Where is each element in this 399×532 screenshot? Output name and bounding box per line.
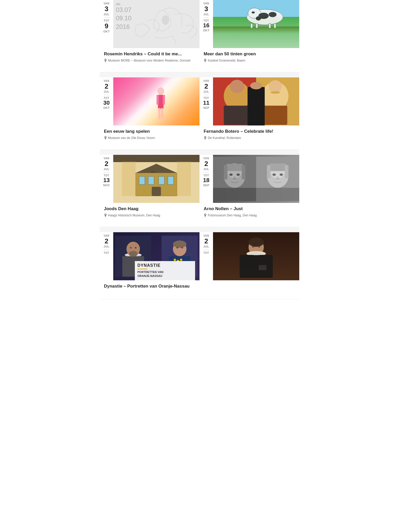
- tot-label: TOT: [104, 19, 109, 22]
- svg-text:SNAC: SNAC: [151, 171, 156, 173]
- card-title[interactable]: Fernando Botero – Celebrate life!: [204, 129, 295, 134]
- date-column: VAN 2 JUL TOT: [200, 232, 213, 280]
- van-label: VAN: [104, 79, 109, 82]
- svg-point-62: [173, 241, 187, 248]
- svg-rect-39: [242, 165, 245, 179]
- exhibition-card-joods[interactable]: VAN 2 JUL TOT 13 NOV SNAC: [100, 155, 200, 227]
- svg-marker-25: [136, 164, 177, 173]
- svg-rect-48: [285, 165, 289, 178]
- card-title[interactable]: Een eeuw lang spelen: [104, 129, 195, 134]
- svg-point-74: [258, 246, 260, 248]
- exhibition-image: [213, 0, 299, 48]
- date-divider: [104, 250, 109, 250]
- svg-point-67: [180, 258, 182, 261]
- exhibition-image: [213, 232, 299, 280]
- date-column: VAN 2 JUL TOT 30 OKT: [100, 77, 113, 125]
- svg-rect-32: [122, 162, 136, 196]
- location-icon: [104, 136, 107, 141]
- van-month: JUL: [203, 168, 209, 171]
- date-divider: [104, 17, 109, 18]
- tot-number: 16: [203, 23, 209, 28]
- svg-rect-30: [152, 187, 161, 196]
- card-inner: Fernando Botero – Celebrate life! De Kun…: [200, 129, 299, 141]
- date-image-row: VAN 2 JUL TOT: [100, 232, 200, 280]
- svg-rect-46: [269, 163, 286, 171]
- date-column: VAN 2 JUL TOT 18 SEP: [200, 155, 213, 203]
- exhibition-card-rosemin[interactable]: VAN 3 JUL TOT 9 OKT MIL: 03.0709.102016 …: [100, 0, 200, 72]
- van-label: VAN: [203, 79, 209, 82]
- exhibition-card-dynastie[interactable]: VAN 2 JUL TOT: [100, 232, 200, 299]
- svg-point-18: [230, 80, 244, 93]
- date-image-row: VAN 2 JUL TOT 13 NOV SNAC: [100, 155, 200, 203]
- date-image-row: VAN 3 JUL TOT 9 OKT MIL: 03.0709.102016: [100, 0, 200, 48]
- date-divider: [204, 95, 209, 95]
- date-column: VAN 3 JUL TOT 9 OKT: [100, 0, 113, 48]
- svg-rect-19: [224, 106, 250, 125]
- van-number: 2: [204, 238, 208, 244]
- exhibition-image: DYNASTIE PORTRETTEN VANORANJE-NASSAU: [113, 232, 200, 280]
- svg-point-8: [269, 12, 276, 17]
- van-label: VAN: [104, 157, 109, 160]
- card-title[interactable]: Dynastie – Portretten van Oranje-Nassau: [104, 283, 195, 289]
- card-title[interactable]: Joods Den Haag: [104, 206, 195, 212]
- svg-rect-3: [250, 24, 252, 28]
- date-column: VAN 2 JUL TOT 13 NOV: [100, 155, 113, 203]
- location-text: Fotomuseum Den Haag, Den Haag: [208, 213, 257, 218]
- svg-rect-6: [274, 24, 276, 28]
- van-number: 2: [105, 83, 108, 90]
- van-month: JUL: [203, 245, 209, 248]
- location-text: De Kunsthal, Rotterdam: [208, 136, 241, 140]
- date-image-row: VAN 3 JUL TOT 16 OKT: [200, 0, 299, 48]
- svg-rect-42: [213, 188, 256, 201]
- svg-point-10: [251, 11, 255, 14]
- tot-label: TOT: [203, 251, 209, 254]
- card-title[interactable]: Rosemin Hendriks – Could it be me...: [104, 51, 195, 57]
- van-month: JUL: [203, 90, 209, 93]
- svg-point-22: [270, 91, 280, 94]
- date-image-row: VAN 2 JUL TOT 11 SEP: [200, 77, 299, 125]
- tot-label: TOT: [104, 97, 109, 99]
- van-label: VAN: [203, 2, 209, 5]
- tot-label: TOT: [104, 251, 109, 254]
- exhibition-card-arno[interactable]: VAN 2 JUL TOT 18 SEP: [200, 155, 299, 227]
- svg-point-49: [272, 174, 276, 176]
- van-number: 3: [204, 5, 208, 12]
- svg-point-65: [174, 258, 176, 261]
- svg-rect-37: [226, 164, 243, 171]
- svg-point-64: [181, 247, 183, 249]
- location-text: Museum van de 20e Eeuw, Hoorn: [108, 136, 155, 140]
- card-location: Fotomuseum Den Haag, Den Haag: [204, 213, 295, 218]
- van-number: 3: [105, 5, 108, 12]
- van-month: JUL: [104, 13, 109, 16]
- date-divider: [204, 172, 209, 172]
- svg-rect-26: [139, 176, 145, 184]
- card-title[interactable]: Meer dan 50 tinten groen: [204, 51, 295, 57]
- svg-point-21: [269, 80, 282, 93]
- svg-rect-38: [224, 165, 228, 179]
- van-month: JUL: [104, 168, 109, 171]
- tot-number: 13: [103, 177, 110, 183]
- exhibition-card-botero[interactable]: VAN 2 JUL TOT 11 SEP: [200, 77, 299, 150]
- exhibition-image: [113, 77, 200, 125]
- svg-rect-23: [263, 106, 287, 125]
- date-divider: [104, 172, 109, 172]
- svg-rect-4: [256, 24, 258, 28]
- svg-rect-33: [177, 162, 191, 196]
- exhibition-card-meer-dan[interactable]: VAN 3 JUL TOT 16 OKT: [200, 0, 299, 72]
- exhibition-card-portrait-dark[interactable]: VAN 2 JUL TOT: [200, 232, 299, 299]
- van-number: 2: [204, 83, 208, 90]
- card-title[interactable]: Arno Nollen – Just: [204, 206, 295, 212]
- tot-label: TOT: [104, 174, 109, 177]
- location-icon: [204, 136, 207, 141]
- exhibition-card-eeuw-spelen[interactable]: VAN 2 JUL TOT 30 OKT Een eeuw lang spele…: [100, 77, 200, 150]
- svg-rect-71: [259, 265, 266, 270]
- exhibition-image: [213, 155, 299, 203]
- svg-point-57: [130, 247, 131, 249]
- date-image-row: VAN 2 JUL TOT: [200, 232, 299, 280]
- van-label: VAN: [104, 234, 109, 237]
- tot-month: SEP: [203, 184, 209, 187]
- date-divider: [104, 95, 109, 95]
- card-location: Museum van de 20e Eeuw, Hoorn: [104, 136, 195, 141]
- svg-point-73: [252, 246, 254, 248]
- van-label: VAN: [203, 234, 209, 237]
